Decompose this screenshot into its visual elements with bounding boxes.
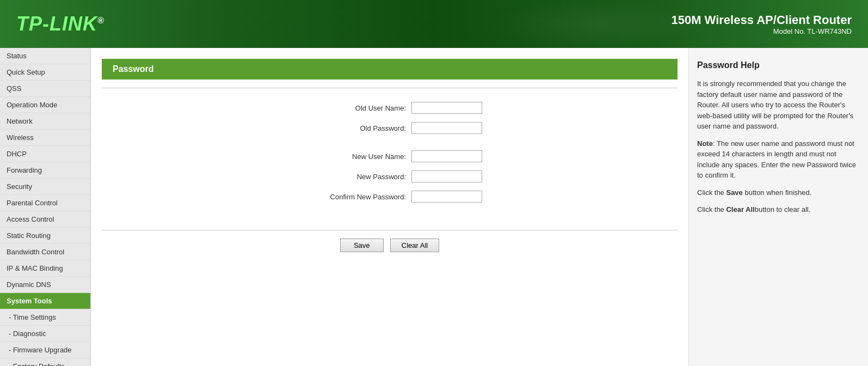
page-title: Password bbox=[102, 59, 678, 80]
sidebar-item-bandwidth-control[interactable]: Bandwidth Control bbox=[0, 244, 90, 260]
help-para1: It is strongly recommended that you chan… bbox=[697, 78, 860, 132]
new-password-label: New Password: bbox=[297, 173, 406, 181]
device-name: 150M Wireless AP/Client Router bbox=[671, 13, 852, 27]
logo: TP-LINK® bbox=[16, 13, 104, 35]
main-layout: Status Quick Setup QSS Operation Mode Ne… bbox=[0, 48, 868, 366]
content-area: Password Old User Name: Old Password: Ne… bbox=[91, 48, 868, 366]
new-username-input[interactable] bbox=[411, 150, 482, 162]
sidebar-item-forwarding[interactable]: Forwarding bbox=[0, 162, 90, 179]
sidebar-item-network[interactable]: Network bbox=[0, 113, 90, 130]
save-button[interactable]: Save bbox=[340, 239, 384, 252]
sidebar-item-firmware-upgrade[interactable]: - Firmware Upgrade bbox=[0, 342, 90, 358]
logo-text: TP-LINK bbox=[16, 13, 97, 35]
sidebar-item-status[interactable]: Status bbox=[0, 48, 90, 64]
confirm-password-label: Confirm New Password: bbox=[297, 193, 406, 201]
form-spacer bbox=[102, 142, 678, 150]
old-password-row: Old Password: bbox=[102, 122, 678, 134]
password-form: Old User Name: Old Password: New User Na… bbox=[91, 96, 688, 222]
main-panel: Password Old User Name: Old Password: Ne… bbox=[91, 48, 688, 366]
logo-reg: ® bbox=[97, 16, 104, 25]
sidebar-item-wireless[interactable]: Wireless bbox=[0, 130, 90, 146]
new-password-input[interactable] bbox=[411, 170, 482, 182]
save-instr-prefix: Click the bbox=[697, 188, 726, 197]
help-clearall-instruction: Click the Clear Allbutton to clear all. bbox=[697, 204, 860, 215]
sidebar-item-dynamic-dns[interactable]: Dynamic DNS bbox=[0, 277, 90, 293]
sidebar-item-time-settings[interactable]: - Time Settings bbox=[0, 309, 90, 326]
save-word: Save bbox=[726, 188, 742, 197]
sidebar-item-factory-defaults[interactable]: - Factory Defaults bbox=[0, 358, 90, 366]
sidebar-item-security[interactable]: Security bbox=[0, 179, 90, 195]
clearall-word: Clear All bbox=[726, 205, 754, 213]
help-panel: Password Help It is strongly recommended… bbox=[688, 48, 868, 366]
new-password-row: New Password: bbox=[102, 170, 678, 182]
sidebar-scroll: Status Quick Setup QSS Operation Mode Ne… bbox=[0, 48, 90, 366]
help-note: Note: The new user name and password mus… bbox=[697, 138, 860, 181]
sidebar-item-static-routing[interactable]: Static Routing bbox=[0, 228, 90, 244]
sidebar-item-access-control[interactable]: Access Control bbox=[0, 211, 90, 228]
header-model-info: 150M Wireless AP/Client Router Model No.… bbox=[671, 13, 852, 35]
old-password-input[interactable] bbox=[411, 122, 482, 134]
note-label: Note bbox=[697, 139, 713, 148]
old-password-label: Old Password: bbox=[297, 124, 406, 132]
new-username-row: New User Name: bbox=[102, 150, 678, 162]
sidebar-item-system-tools[interactable]: System Tools bbox=[0, 293, 90, 309]
clearall-instr-suffix: button to clear all. bbox=[755, 205, 811, 213]
sidebar-item-dhcp[interactable]: DHCP bbox=[0, 146, 90, 162]
button-row: Save Clear All bbox=[91, 239, 688, 252]
sidebar-item-parental-control[interactable]: Parental Control bbox=[0, 195, 90, 211]
help-title: Password Help bbox=[697, 59, 860, 72]
sidebar-item-diagnostic[interactable]: - Diagnostic bbox=[0, 326, 90, 342]
sidebar-item-operation-mode[interactable]: Operation Mode bbox=[0, 97, 90, 113]
confirm-password-row: Confirm New Password: bbox=[102, 191, 678, 203]
divider-bottom bbox=[102, 230, 678, 230]
model-number: Model No. TL-WR743ND bbox=[671, 27, 852, 35]
note-text: : The new user name and password must no… bbox=[697, 139, 856, 180]
sidebar: Status Quick Setup QSS Operation Mode Ne… bbox=[0, 48, 91, 366]
new-username-label: New User Name: bbox=[297, 152, 406, 161]
sidebar-item-ip-mac-binding[interactable]: IP & MAC Binding bbox=[0, 260, 90, 277]
save-instr-suffix: button when finished. bbox=[743, 188, 811, 197]
sidebar-item-qss[interactable]: QSS bbox=[0, 81, 90, 97]
divider-top bbox=[102, 88, 678, 88]
help-save-instruction: Click the Save button when finished. bbox=[697, 187, 860, 198]
old-username-label: Old User Name: bbox=[297, 104, 406, 112]
clearall-instr-prefix: Click the bbox=[697, 205, 726, 213]
old-username-row: Old User Name: bbox=[102, 102, 678, 114]
header: TP-LINK® 150M Wireless AP/Client Router … bbox=[0, 0, 868, 48]
confirm-password-input[interactable] bbox=[411, 191, 482, 203]
old-username-input[interactable] bbox=[411, 102, 482, 114]
sidebar-item-quick-setup[interactable]: Quick Setup bbox=[0, 64, 90, 81]
clear-all-button[interactable]: Clear All bbox=[390, 239, 439, 252]
